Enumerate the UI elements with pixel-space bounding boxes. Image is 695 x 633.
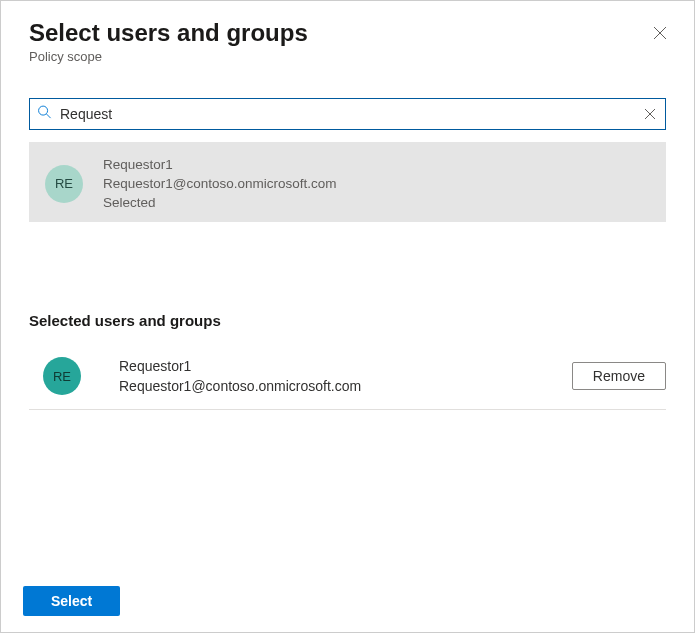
panel-body: RE Requestor1 Requestor1@contoso.onmicro… xyxy=(1,78,694,570)
selected-name: Requestor1 xyxy=(119,358,572,374)
selected-text: Requestor1 Requestor1@contoso.onmicrosof… xyxy=(119,358,572,394)
remove-button[interactable]: Remove xyxy=(572,362,666,390)
clear-search-button[interactable] xyxy=(640,104,660,124)
result-name: Requestor1 xyxy=(103,157,337,172)
clear-icon xyxy=(644,108,656,120)
selected-heading: Selected users and groups xyxy=(29,312,666,329)
panel-subtitle: Policy scope xyxy=(29,49,666,64)
select-users-panel: Select users and groups Policy scope RE … xyxy=(0,0,695,633)
avatar: RE xyxy=(43,357,81,395)
search-result-item[interactable]: RE Requestor1 Requestor1@contoso.onmicro… xyxy=(29,142,666,222)
close-icon xyxy=(653,26,667,40)
panel-footer: Select xyxy=(1,570,694,632)
selected-email: Requestor1@contoso.onmicrosoft.com xyxy=(119,378,572,394)
panel-title: Select users and groups xyxy=(29,19,666,47)
result-text: Requestor1 Requestor1@contoso.onmicrosof… xyxy=(103,157,337,210)
avatar: RE xyxy=(45,165,83,203)
panel-header: Select users and groups Policy scope xyxy=(1,1,694,78)
selected-user-row: RE Requestor1 Requestor1@contoso.onmicro… xyxy=(29,347,666,410)
select-button[interactable]: Select xyxy=(23,586,120,616)
search-box xyxy=(29,98,666,130)
result-email: Requestor1@contoso.onmicrosoft.com xyxy=(103,176,337,191)
close-button[interactable] xyxy=(650,23,670,43)
search-input[interactable] xyxy=(29,98,666,130)
result-status: Selected xyxy=(103,195,337,210)
